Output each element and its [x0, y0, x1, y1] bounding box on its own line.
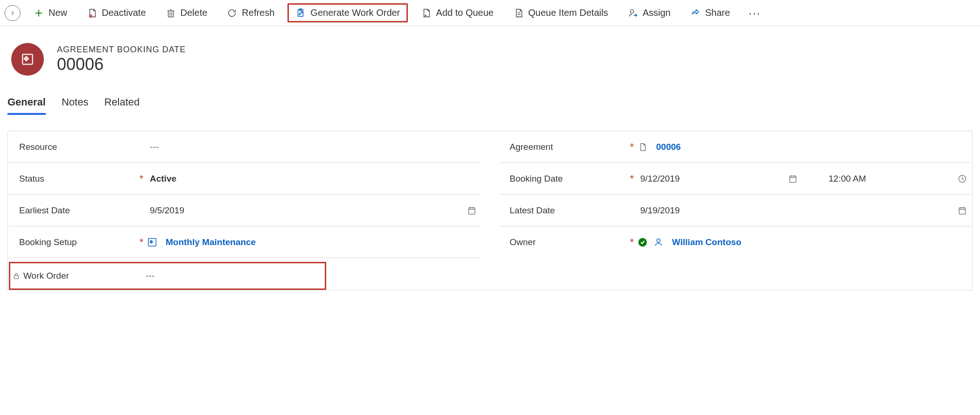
refresh-button[interactable]: Refresh	[220, 5, 281, 21]
generate-work-order-label: Generate Work Order	[310, 7, 400, 18]
field-status[interactable]: Status * Active	[9, 163, 481, 195]
person-icon	[653, 237, 664, 247]
svg-rect-23	[790, 176, 796, 182]
svg-point-15	[630, 9, 633, 13]
svg-point-33	[657, 239, 660, 242]
booking-date-label: Booking Date	[510, 174, 626, 184]
latest-date-value[interactable]: 9/19/2019	[637, 204, 683, 217]
trash-icon	[166, 8, 176, 18]
tab-related[interactable]: Related	[104, 96, 140, 115]
resource-value[interactable]: ---	[147, 141, 477, 153]
svg-rect-22	[14, 275, 19, 279]
delete-label: Delete	[181, 7, 208, 18]
booking-setup-label: Booking Setup	[19, 237, 136, 247]
document-icon	[637, 142, 648, 152]
required-marker: *	[626, 141, 637, 153]
agreement-value[interactable]: 00006	[653, 141, 684, 153]
delete-button[interactable]: Delete	[159, 5, 214, 21]
required-marker: *	[136, 236, 147, 248]
latest-date-label: Latest Date	[510, 205, 626, 216]
deactivate-button[interactable]: Deactivate	[80, 5, 153, 21]
required-marker: *	[136, 173, 147, 185]
booking-time-value[interactable]: 12:00 AM	[826, 173, 869, 185]
command-bar: New Deactivate Delete Refresh Generate W	[0, 0, 980, 26]
field-booking-date[interactable]: Booking Date * 9/12/2019 12:00 AM	[499, 163, 971, 195]
calendar-icon[interactable]	[957, 205, 967, 216]
resource-label: Resource	[19, 142, 136, 152]
record-title: 00006	[57, 55, 186, 74]
booking-setup-icon	[147, 237, 157, 247]
field-booking-setup[interactable]: Booking Setup * Monthly Maintenance	[9, 226, 481, 258]
status-value[interactable]: Active	[147, 173, 477, 185]
svg-point-32	[638, 238, 647, 246]
clock-icon[interactable]	[957, 174, 967, 184]
check-circle-icon	[637, 237, 648, 247]
assign-button[interactable]: Assign	[621, 5, 677, 21]
work-order-value: ---	[143, 270, 321, 282]
record-header: AGREEMENT BOOKING DATE 00006	[0, 26, 980, 80]
assign-label: Assign	[643, 7, 671, 18]
share-icon	[690, 8, 700, 18]
lock-icon	[12, 272, 21, 280]
earliest-date-value[interactable]: 9/5/2019	[147, 204, 187, 217]
required-marker: *	[626, 236, 637, 248]
overflow-menu-button[interactable]: ···	[743, 7, 766, 20]
calendar-icon[interactable]	[467, 205, 477, 216]
work-order-label: Work Order	[23, 271, 132, 281]
tab-general[interactable]: General	[7, 96, 46, 115]
owner-label: Owner	[510, 237, 626, 247]
field-earliest-date[interactable]: Earliest Date 9/5/2019	[9, 195, 481, 226]
svg-rect-28	[959, 208, 965, 214]
calendar-icon[interactable]	[788, 174, 798, 184]
share-label: Share	[705, 7, 730, 18]
booking-date-value[interactable]: 9/12/2019	[637, 173, 683, 185]
queue-item-details-button[interactable]: Queue Item Details	[507, 5, 615, 21]
refresh-label: Refresh	[242, 7, 274, 18]
tab-notes[interactable]: Notes	[62, 96, 88, 115]
document-list-icon	[513, 8, 524, 18]
person-arrow-icon	[628, 8, 638, 18]
generate-work-order-button[interactable]: Generate Work Order	[287, 3, 408, 22]
form-panel: Resource --- Status * Active Earliest Da…	[7, 131, 973, 290]
agreement-label: Agreement	[510, 142, 626, 152]
field-latest-date[interactable]: Latest Date 9/19/2019	[499, 195, 971, 226]
queue-item-details-label: Queue Item Details	[528, 7, 608, 18]
add-to-queue-label: Add to Queue	[436, 7, 493, 18]
field-agreement[interactable]: Agreement * 00006	[499, 131, 971, 163]
field-owner[interactable]: Owner * William Contoso	[499, 226, 971, 258]
deactivate-icon	[87, 8, 97, 18]
svg-rect-17	[469, 208, 475, 214]
deactivate-label: Deactivate	[102, 7, 146, 18]
field-resource[interactable]: Resource ---	[9, 131, 481, 163]
field-work-order[interactable]: Work Order ---	[9, 262, 326, 290]
document-plus-icon	[421, 8, 431, 18]
status-label: Status	[19, 174, 136, 184]
required-marker: *	[626, 173, 637, 185]
plus-icon	[34, 8, 44, 18]
new-button[interactable]: New	[27, 5, 74, 21]
clipboard-edit-icon	[295, 8, 306, 18]
entity-label: AGREEMENT BOOKING DATE	[57, 45, 186, 55]
refresh-icon	[227, 8, 237, 18]
svg-rect-4	[168, 11, 173, 17]
tab-list: General Notes Related	[0, 80, 980, 115]
record-type-icon	[11, 43, 44, 76]
add-to-queue-button[interactable]: Add to Queue	[414, 5, 500, 21]
booking-setup-value[interactable]: Monthly Maintenance	[163, 236, 259, 248]
back-chevron-button[interactable]	[5, 5, 21, 21]
share-button[interactable]: Share	[684, 5, 736, 21]
owner-value[interactable]: William Contoso	[669, 236, 744, 248]
earliest-date-label: Earliest Date	[19, 205, 136, 216]
new-label: New	[49, 7, 67, 18]
